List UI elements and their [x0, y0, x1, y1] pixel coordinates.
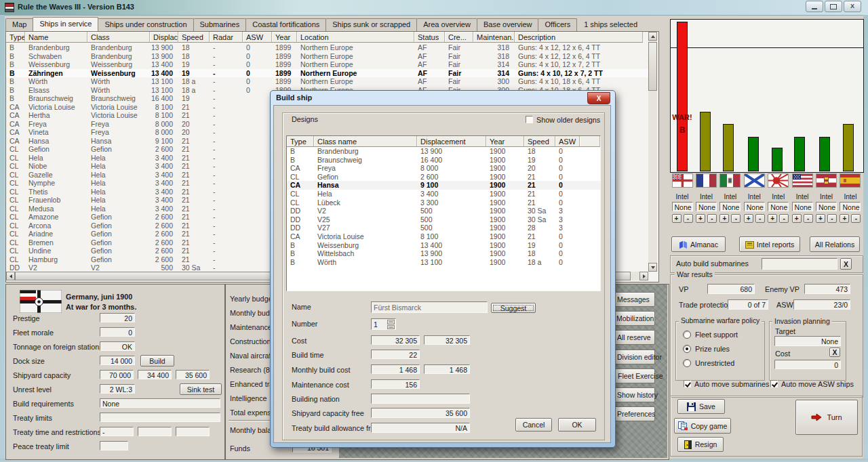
design-header-speed[interactable]: Speed: [524, 136, 555, 147]
intel-level-field[interactable]: None: [719, 202, 741, 211]
intel-level-field[interactable]: None: [816, 202, 837, 211]
scroll-down-button[interactable]: [648, 263, 657, 272]
all-relations-button[interactable]: All Relations: [810, 236, 860, 252]
design-row[interactable]: BWörth13 100190018 a0: [287, 258, 600, 267]
intel-decrease-button[interactable]: -: [779, 214, 789, 223]
checkbox-auto-move-submarines[interactable]: Auto move submarines: [684, 379, 769, 388]
column-header-cre[interactable]: Cre...: [445, 32, 473, 43]
suggest-button[interactable]: Suggest: [491, 303, 536, 313]
design-row[interactable]: CAFreya8 0001900200: [287, 164, 600, 173]
ship-row[interactable]: BSchwabenBrandenburg13 90018-01899Northe…: [6, 52, 648, 61]
ship-row[interactable]: BWörthWörth13 10018 a-01899Northern Euro…: [6, 77, 648, 86]
number-stepper[interactable]: 1: [371, 318, 396, 330]
intel-level-field[interactable]: None: [840, 202, 861, 211]
radio-fleet-support[interactable]: Fleet support: [683, 330, 738, 339]
number-spin-buttons[interactable]: [387, 320, 395, 329]
intel-decrease-button[interactable]: -: [804, 214, 813, 223]
column-header-class[interactable]: Class: [87, 32, 150, 43]
design-row[interactable]: CAVictoria Louise8 1001900210: [287, 232, 600, 241]
intel-level-field[interactable]: None: [792, 202, 813, 211]
design-row[interactable]: DDV25500190030 Sa3: [287, 215, 600, 224]
column-header-radar[interactable]: Radar: [210, 32, 243, 43]
intel-increase-button[interactable]: +: [719, 214, 729, 223]
column-header-description[interactable]: Description: [515, 32, 643, 43]
intel-increase-button[interactable]: +: [768, 214, 777, 223]
ok-button[interactable]: OK: [558, 418, 596, 432]
cancel-button[interactable]: Cancel: [515, 418, 552, 432]
dialog-close-button[interactable]: X: [587, 92, 610, 104]
auto-build-submarines-field[interactable]: [762, 258, 837, 270]
spin-up-button[interactable]: [387, 320, 395, 324]
radio-prize-rules[interactable]: Prize rules: [683, 344, 730, 354]
intel-increase-button[interactable]: +: [696, 214, 705, 223]
copy-game-button[interactable]: Copy game: [674, 418, 731, 434]
scroll-left-button[interactable]: [6, 272, 15, 280]
tab-ships-in-service[interactable]: Ships in service: [33, 17, 98, 31]
show-older-designs-checkbox[interactable]: Show older designs: [526, 115, 600, 124]
almanac-button[interactable]: Almanac: [671, 236, 726, 252]
design-row[interactable]: BBraunschweig16 4001900190: [287, 156, 600, 165]
intel-decrease-button[interactable]: -: [731, 214, 741, 223]
intel-level-field[interactable]: None: [744, 202, 765, 211]
design-header-class-name[interactable]: Class name: [314, 136, 417, 147]
design-header-asw[interactable]: ASW: [555, 136, 580, 147]
column-header-speed[interactable]: Speed: [178, 32, 210, 43]
intel-decrease-button[interactable]: -: [684, 214, 693, 223]
intel-increase-button[interactable]: +: [816, 214, 825, 223]
column-header-name[interactable]: Name: [25, 32, 87, 43]
radio-unrestricted[interactable]: Unrestricted: [683, 358, 734, 368]
spin-down-button[interactable]: [387, 325, 395, 330]
invasion-target-field[interactable]: None: [774, 336, 841, 346]
resign-button[interactable]: Resign: [677, 437, 724, 452]
vertical-scroll-thumb[interactable]: [648, 42, 657, 91]
design-row[interactable]: BBrandenburg13 9001900180: [287, 147, 600, 156]
scroll-up-button[interactable]: [648, 32, 657, 41]
design-row[interactable]: DDV2500190030 Sa3: [287, 207, 600, 215]
checkbox-auto-move-asw-ships[interactable]: Auto move ASW ships: [770, 379, 854, 388]
column-header-type[interactable]: Type: [6, 32, 25, 43]
design-row[interactable]: BWeissenburg13 4001900190: [287, 241, 600, 250]
auto-build-clear-button[interactable]: X: [840, 258, 852, 270]
button-sink-test[interactable]: Sink test: [180, 383, 222, 395]
design-header-displacement[interactable]: Displacement: [417, 136, 486, 147]
tab-map[interactable]: Map: [5, 18, 33, 31]
intel-decrease-button[interactable]: -: [707, 214, 717, 223]
column-header-status[interactable]: Status: [414, 32, 445, 43]
maximize-button[interactable]: [825, 1, 842, 12]
intel-level-field[interactable]: None: [696, 202, 717, 211]
save-button[interactable]: Save: [677, 399, 725, 414]
design-header-type[interactable]: Type: [287, 136, 314, 147]
tab-ships-under-construction[interactable]: Ships under construction: [98, 18, 193, 31]
ship-row[interactable]: BWeissenburgWeissenburg13 40019-01899Nor…: [6, 60, 648, 69]
intel-decrease-button[interactable]: -: [851, 214, 861, 223]
intel-increase-button[interactable]: +: [744, 214, 753, 223]
ship-row[interactable]: BBrandenburgBrandenburg13 90018-01899Nor…: [6, 43, 648, 52]
intel-level-field[interactable]: None: [768, 202, 789, 211]
tab-coastal-fortifications[interactable]: Coastal fortifications: [245, 18, 326, 31]
design-header-year[interactable]: Year: [486, 136, 524, 147]
ship-name-input[interactable]: Fürst Bismarck: [371, 301, 488, 313]
vertical-scrollbar[interactable]: [648, 32, 657, 272]
column-header-maintenan[interactable]: Maintenan...: [473, 32, 515, 43]
intel-level-field[interactable]: None: [672, 202, 693, 211]
ship-row[interactable]: BZähringenWeissenburg13 40019-01899North…: [6, 69, 648, 78]
design-row[interactable]: CLHela3 4001900210: [287, 190, 600, 198]
intel-increase-button[interactable]: +: [672, 214, 682, 223]
close-button[interactable]: X: [844, 1, 861, 12]
design-row[interactable]: CLLübeck3 3001900210: [287, 198, 600, 207]
invasion-target-clear-button[interactable]: X: [829, 348, 840, 357]
intel-increase-button[interactable]: +: [792, 214, 802, 223]
design-row[interactable]: CLGefion2 6001900210: [287, 173, 600, 182]
button-build[interactable]: Build: [140, 355, 174, 366]
design-row[interactable]: DDV275001900283: [287, 224, 600, 232]
tab-submarines[interactable]: Submarines: [193, 18, 247, 31]
column-header-year[interactable]: Year: [272, 32, 297, 43]
column-header-location[interactable]: Location: [297, 32, 414, 43]
minimize-button[interactable]: [806, 1, 823, 12]
tab-officers[interactable]: Officers: [538, 18, 577, 31]
design-row[interactable]: BWittelsbach13 9001900180: [287, 249, 600, 258]
tab-area-overview[interactable]: Area overview: [416, 18, 477, 31]
intel-increase-button[interactable]: +: [840, 214, 849, 223]
design-row[interactable]: CAHansa9 1001900210: [287, 181, 600, 190]
intel-reports-button[interactable]: Intel reports: [739, 236, 800, 252]
